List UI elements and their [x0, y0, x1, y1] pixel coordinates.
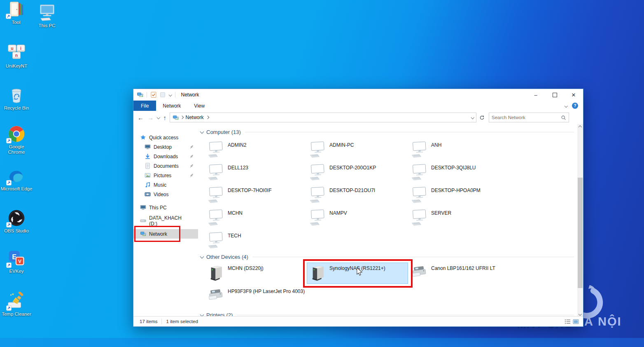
app-icon: [7, 86, 26, 105]
collapse-chevron-icon[interactable]: [200, 254, 204, 258]
network-device-item[interactable]: Canon LBP161/162 UFRII LT: [409, 263, 509, 284]
group-title: Computer (13): [206, 129, 241, 135]
network-computer-item[interactable]: ADMIN-PC: [307, 140, 408, 160]
search-input[interactable]: [492, 115, 561, 120]
breadcrumb[interactable]: Network: [186, 115, 204, 120]
item-label: HP93F3F9 (HP LaserJet Pro 4003): [228, 288, 305, 294]
group-header-computer[interactable]: Computer (13): [200, 128, 574, 136]
customize-toolbar-chevron-icon[interactable]: [169, 93, 172, 96]
network-computer-item[interactable]: TECH: [205, 230, 306, 251]
breadcrumb-chevron-icon: [180, 116, 184, 119]
minimize-button[interactable]: –: [526, 89, 545, 101]
sidebar-item[interactable]: Downloads: [133, 152, 198, 161]
navigation-buttons: ← → ↑: [133, 115, 170, 121]
desktop-icon[interactable]: Google Chrome: [0, 124, 33, 155]
up-button[interactable]: ↑: [163, 115, 167, 121]
sidebar-item[interactable]: DATA_KHACH (D:): [133, 216, 198, 225]
desktop-icon[interactable]: Microsoft Edge: [0, 166, 33, 192]
network-computer-item[interactable]: SERVER: [409, 208, 509, 228]
network-computer-item[interactable]: ANH: [409, 140, 509, 160]
desktop-icon-label: UniKeyNT: [0, 63, 33, 69]
address-dropdown-chevron-icon[interactable]: [471, 116, 474, 119]
menu-tab[interactable]: File: [133, 101, 156, 111]
divider: [161, 319, 162, 324]
sidebar-item-icon: [145, 182, 151, 188]
item-label: NAMPV: [329, 210, 347, 216]
group-header-other-devices[interactable]: Other Devices (4): [200, 253, 574, 260]
breadcrumb-chevron-icon[interactable]: [205, 116, 209, 119]
large-icons-view-button[interactable]: [573, 319, 579, 325]
pin-icon: [189, 173, 194, 178]
sidebar-item[interactable]: This PC: [133, 203, 198, 212]
desktop-icon-label: Google Chrome: [0, 144, 33, 155]
network-computer-item[interactable]: MCHN: [205, 208, 306, 228]
sidebar-item-label: Desktop: [154, 144, 172, 150]
sidebar-item[interactable]: Desktop: [133, 142, 198, 152]
network-computer-item[interactable]: NAMPV: [307, 208, 408, 228]
sidebar-item[interactable]: Documents: [133, 161, 198, 171]
details-view-button[interactable]: [565, 319, 571, 325]
other-devices-grid: MCHN (DS220j) SynologyNAS (RS1221+) Cano…: [205, 263, 578, 309]
network-computer-item[interactable]: DELL123: [205, 162, 306, 183]
new-folder-button[interactable]: [159, 91, 166, 98]
computer-icon: [411, 163, 428, 181]
device-icon: [411, 264, 428, 282]
sidebar-item-icon: [145, 191, 151, 197]
help-icon[interactable]: ?: [572, 103, 578, 109]
group-rule: [237, 315, 574, 315]
computer-icon: [309, 209, 326, 227]
sidebar-item-icon: [140, 218, 146, 224]
network-computer-item[interactable]: DESKTOP-3QIJ8LU: [409, 162, 509, 183]
desktop-icon[interactable]: Temp Cleaner: [0, 292, 33, 317]
scrollbar-thumb[interactable]: [578, 178, 583, 288]
title-bar[interactable]: Network – ✕: [133, 89, 583, 101]
sidebar-item-icon: [145, 153, 151, 159]
desktop-icon[interactable]: EVKey: [0, 249, 33, 274]
network-computer-item[interactable]: DESKTOP-200O1KP: [307, 162, 408, 183]
properties-button[interactable]: [150, 91, 157, 98]
computer-icon: [207, 163, 224, 181]
network-computer-item[interactable]: ADMIN2: [205, 140, 306, 160]
network-device-item[interactable]: MCHN (DS220j): [205, 263, 306, 284]
network-device-item[interactable]: HP93F3F9 (HP LaserJet Pro 4003): [205, 286, 306, 307]
sidebar-item[interactable]: Quick access: [133, 133, 198, 142]
sidebar-item[interactable]: Pictures: [133, 171, 198, 180]
back-button[interactable]: ←: [138, 115, 144, 121]
address-bar[interactable]: Network: [170, 113, 476, 122]
desktop-icon[interactable]: OBS Studio: [0, 209, 33, 234]
desktop-icon[interactable]: Recycle Bin: [0, 86, 33, 111]
desktop-icon[interactable]: Tool: [0, 0, 32, 25]
sidebar-item[interactable]: Music: [133, 180, 198, 190]
menu-tab-label: View: [194, 103, 205, 109]
search-box[interactable]: [489, 113, 569, 122]
network-computer-item[interactable]: DESKTOP-7HOI0IF: [205, 185, 306, 206]
item-label: SERVER: [431, 210, 451, 216]
sidebar-item-label: Pictures: [154, 173, 171, 178]
group-rule: [252, 257, 574, 257]
desktop-icon-label: OBS Studio: [0, 228, 33, 234]
expand-ribbon-chevron-icon[interactable]: [564, 104, 567, 108]
maximize-button[interactable]: [545, 89, 564, 101]
desktop-icon[interactable]: UniKeyNT: [0, 44, 33, 69]
desktop-icon-label: EVKey: [0, 269, 33, 274]
vertical-scrollbar[interactable]: [577, 124, 583, 317]
sidebar-item-label: Videos: [154, 192, 168, 197]
recent-locations-chevron-icon[interactable]: [157, 116, 160, 119]
menu-tab[interactable]: View: [187, 101, 211, 111]
refresh-button[interactable]: [476, 113, 487, 122]
network-computer-item[interactable]: DESKTOP-D21OU7I: [307, 185, 408, 206]
collapse-chevron-icon[interactable]: [200, 129, 204, 134]
desktop-icon[interactable]: This PC: [31, 3, 63, 28]
scroll-up-button[interactable]: [577, 124, 583, 130]
sidebar-item[interactable]: Network: [133, 229, 198, 239]
navigation-pane: Quick access Desktop Downloads: [133, 124, 198, 317]
refresh-icon: [479, 115, 485, 120]
computer-icon: [207, 209, 224, 227]
menu-tab[interactable]: Network: [156, 101, 187, 111]
forward-button[interactable]: →: [147, 115, 154, 121]
close-button[interactable]: ✕: [564, 89, 583, 101]
sidebar-item[interactable]: Videos: [133, 190, 198, 199]
computer-icon: [207, 141, 224, 159]
network-computer-item[interactable]: DESKTOP-HPOA0PM: [409, 185, 509, 206]
item-label: DESKTOP-7HOI0IF: [228, 188, 271, 193]
